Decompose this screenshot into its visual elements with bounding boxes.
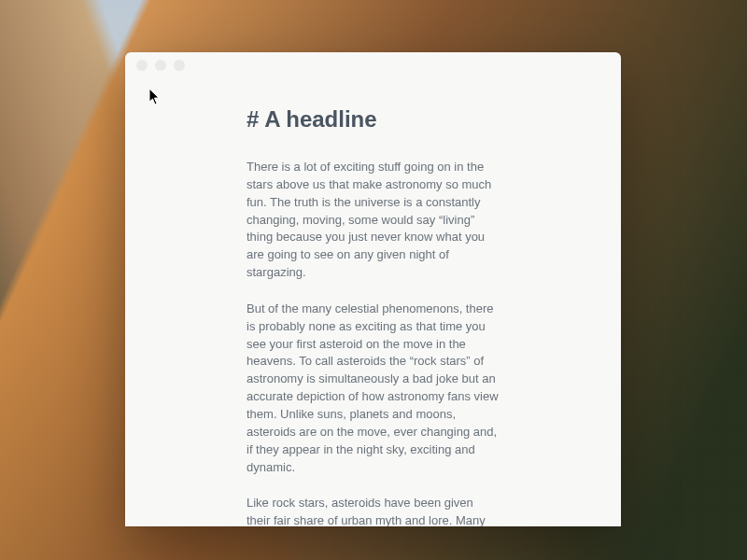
- zoom-icon[interactable]: [174, 60, 185, 71]
- document-paragraph[interactable]: There is a lot of exciting stuff going o…: [247, 159, 500, 282]
- document-paragraph[interactable]: But of the many celestial phenomenons, t…: [247, 301, 500, 476]
- editor-window: # A headline There is a lot of exciting …: [125, 52, 621, 526]
- document-headline[interactable]: # A headline: [247, 106, 500, 133]
- document-content[interactable]: # A headline There is a lot of exciting …: [125, 78, 621, 526]
- window-titlebar[interactable]: [125, 52, 621, 78]
- close-icon[interactable]: [136, 60, 148, 71]
- minimize-icon[interactable]: [155, 60, 166, 71]
- document-paragraph[interactable]: Like rock stars, asteroids have been giv…: [247, 495, 500, 526]
